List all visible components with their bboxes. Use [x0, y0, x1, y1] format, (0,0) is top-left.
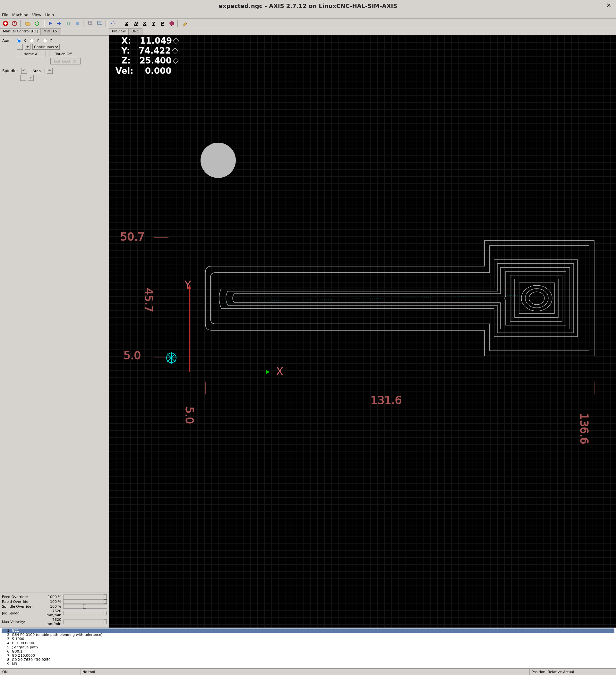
rapid-override-slider[interactable] — [63, 599, 107, 604]
toolpath-inner — [219, 260, 577, 337]
view-x-button[interactable]: X — [141, 19, 149, 27]
stop-button[interactable] — [73, 19, 81, 27]
toolpath-canvas[interactable]: X Y — [109, 35, 616, 603]
svg-point-22 — [525, 289, 548, 308]
svg-point-23 — [529, 292, 544, 305]
view-z-button[interactable]: Z — [123, 19, 131, 27]
clear-plot-button[interactable] — [181, 19, 189, 27]
svg-text:5.0: 5.0 — [183, 406, 196, 424]
svg-text:50.7: 50.7 — [120, 230, 145, 243]
svg-rect-6 — [76, 22, 79, 25]
axes-icon: X Y — [184, 278, 283, 378]
home-all-button[interactable]: Home All — [17, 51, 46, 57]
overrides-panel: Feed Override:1000 % Rapid Override:100 … — [0, 593, 109, 627]
dimensions: 50.7 45.7 5.0 5.0 131.6 136.6 — [120, 230, 594, 444]
left-panel: Manual Control [F3] MDI [F5] Axis: X Y Z… — [0, 28, 109, 627]
spindle-plus-button[interactable]: + — [28, 75, 34, 81]
gcode-listing[interactable]: 1:G21 2:G64 P0.0100 (enable path blendin… — [0, 627, 616, 669]
svg-text:X: X — [276, 365, 283, 378]
view-p-button[interactable]: P — [158, 19, 167, 27]
svg-rect-5 — [69, 22, 70, 25]
tab-dro[interactable]: DRO — [129, 28, 142, 35]
axis-label: Axis: — [2, 39, 11, 43]
tool-touch-off-button[interactable]: Tool Touch Off — [50, 58, 80, 65]
jog-speed-slider[interactable] — [63, 611, 107, 615]
zoom-in-button[interactable] — [87, 19, 95, 27]
status-tool: No tool — [80, 669, 529, 675]
svg-rect-9 — [98, 22, 101, 23]
view-y-button[interactable]: Y — [149, 19, 158, 27]
spindle-cw-button[interactable]: ↷ — [47, 68, 53, 74]
svg-text:136.6: 136.6 — [578, 413, 591, 444]
power-button[interactable] — [10, 19, 19, 27]
menu-view[interactable]: View — [32, 13, 41, 17]
toolbar: Z N X Y P — [0, 19, 616, 28]
run-button[interactable] — [46, 19, 55, 27]
open-button[interactable] — [24, 19, 32, 27]
preview-panel[interactable]: Preview DRO X: 11.049 Y: 74.422 Z: 25.40… — [109, 28, 616, 627]
svg-text:Y: Y — [184, 278, 191, 291]
spindle-override-slider[interactable] — [63, 604, 107, 609]
tab-mdi[interactable]: MDI [F5] — [41, 28, 62, 35]
status-position: Position: Relative Actual — [529, 669, 616, 675]
menu-help[interactable]: Help — [45, 13, 54, 17]
close-icon[interactable]: ✕ — [606, 2, 613, 8]
jog-mode-select[interactable]: Continuous — [32, 44, 60, 50]
window-titlebar: expected.ngc - AXIS 2.7.12 on LinuxCNC-H… — [0, 0, 616, 11]
svg-line-20 — [226, 295, 539, 301]
status-on: ON — [0, 669, 80, 675]
axis-z-radio[interactable] — [43, 39, 47, 43]
tab-manual-control[interactable]: Manual Control [F3] — [0, 28, 41, 35]
view-move-button[interactable] — [109, 19, 118, 27]
spindle-label: Spindle: — [2, 69, 18, 73]
max-velocity-slider[interactable] — [63, 619, 107, 624]
spindle-ccw-button[interactable]: ↶ — [21, 68, 27, 74]
svg-text:131.6: 131.6 — [370, 394, 402, 406]
svg-rect-4 — [67, 22, 68, 25]
view-p2-button[interactable] — [167, 19, 176, 27]
svg-point-21 — [521, 285, 552, 311]
feed-override-slider[interactable] — [63, 595, 107, 599]
axis-y-radio[interactable] — [30, 39, 34, 43]
jog-minus-button[interactable]: - — [17, 44, 23, 50]
tab-preview[interactable]: Preview — [109, 28, 129, 35]
jog-plus-button[interactable]: + — [25, 44, 30, 50]
axis-x-radio[interactable] — [17, 39, 21, 43]
spindle-minus-button[interactable]: - — [20, 75, 26, 81]
reload-button[interactable] — [33, 19, 41, 27]
svg-text:45.7: 45.7 — [142, 288, 155, 312]
menu-file[interactable]: File — [2, 13, 8, 17]
view-n-button[interactable]: N — [132, 19, 140, 27]
status-bar: ON No tool Position: Relative Actual — [0, 669, 616, 675]
menu-bar: File Machine View Help — [0, 11, 616, 19]
window-title: expected.ngc - AXIS 2.7.12 on LinuxCNC-H… — [219, 3, 397, 9]
step-button[interactable] — [55, 19, 64, 27]
svg-line-19 — [171, 160, 218, 358]
pause-button[interactable] — [64, 19, 72, 27]
estop-button[interactable] — [1, 19, 10, 27]
toolpath-outer — [205, 240, 594, 356]
svg-text:5.0: 5.0 — [124, 349, 141, 362]
touch-off-button[interactable]: Touch Off — [49, 51, 78, 57]
menu-machine[interactable]: Machine — [12, 13, 28, 17]
spindle-stop-button[interactable]: Stop — [29, 68, 45, 74]
zoom-fit-button[interactable] — [95, 19, 104, 27]
